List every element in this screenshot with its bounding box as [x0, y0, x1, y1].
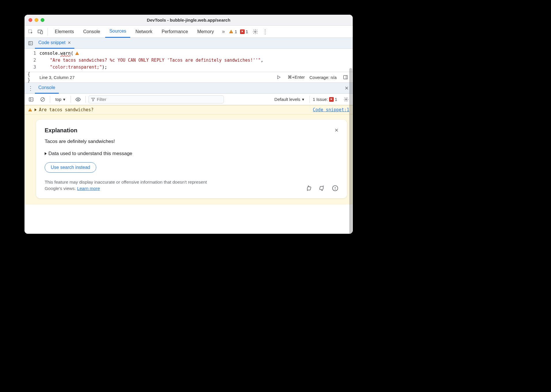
code-token: , — [261, 58, 263, 63]
warning-message-text: Are tacos sandwiches? — [39, 107, 94, 112]
svg-point-16 — [77, 99, 79, 100]
filter-input[interactable] — [97, 97, 221, 102]
use-search-instead-button[interactable]: Use search instead — [45, 162, 96, 173]
report-issue-icon[interactable] — [332, 185, 338, 191]
warnings-badge[interactable]: 1 — [229, 29, 237, 34]
explanation-container: Explanation × Tacos are definitely sandw… — [24, 114, 353, 205]
code-editor[interactable]: 1 2 3 console.warn( "Are tacos sandwiche… — [24, 49, 353, 72]
main-tabstrip: Elements Console Sources Network Perform… — [24, 26, 353, 38]
svg-rect-12 — [29, 98, 33, 101]
line-number: 2 — [24, 57, 36, 64]
scrollbar-thumb[interactable] — [349, 68, 352, 234]
issues-label: 1 Issue: — [313, 97, 328, 102]
tab-performance[interactable]: Performance — [158, 26, 192, 38]
tab-network[interactable]: Network — [131, 26, 156, 38]
live-expression-icon[interactable] — [74, 95, 82, 104]
sources-subtabbar: Code snippet × — [24, 38, 353, 49]
levels-label: Default levels — [274, 97, 300, 102]
thumbs-up-icon[interactable] — [305, 185, 312, 191]
chevron-down-icon: ▾ — [302, 97, 304, 102]
context-label: top — [55, 97, 61, 102]
tab-elements[interactable]: Elements — [51, 26, 78, 38]
pretty-print-icon[interactable]: { } — [27, 73, 36, 82]
disclosure-triangle-icon[interactable] — [35, 108, 37, 111]
divider — [48, 28, 48, 35]
expand-label: Data used to understand this message — [48, 151, 132, 157]
thumbs-down-icon[interactable] — [319, 185, 325, 191]
execution-context-selector[interactable]: top ▾ — [53, 97, 68, 102]
traffic-lights — [29, 18, 44, 22]
code-token: ( — [71, 51, 73, 56]
warning-triangle-icon — [229, 29, 233, 34]
svg-rect-3 — [231, 31, 231, 32]
line-column-indicator: Line 3, Column 27 — [39, 75, 75, 80]
disclosure-triangle-icon — [45, 152, 47, 155]
code-string: "color:transparent;" — [50, 65, 102, 70]
error-square-icon: ✕ — [329, 97, 334, 102]
svg-rect-8 — [77, 53, 77, 54]
divider — [310, 96, 310, 103]
funnel-icon — [91, 97, 95, 101]
code-token: ); — [102, 65, 107, 70]
svg-point-17 — [346, 99, 347, 100]
run-snippet-icon[interactable] — [274, 73, 283, 82]
inline-warning-icon[interactable] — [75, 51, 79, 56]
errors-badge[interactable]: ✕ 1 — [240, 29, 248, 34]
svg-point-5 — [254, 31, 256, 32]
code-token-underlined: warn — [60, 51, 71, 56]
console-messages: Are tacos sandwiches? Code snippet:1 Exp… — [24, 105, 353, 234]
toggle-navigator-icon[interactable] — [26, 39, 35, 48]
divider — [71, 96, 71, 103]
window-title: DevTools - bubble-jingle.web.app/search — [24, 18, 353, 22]
svg-rect-4 — [231, 32, 231, 33]
drawer-menu-icon[interactable]: ⋮ — [26, 84, 35, 93]
more-tabs-icon[interactable]: » — [219, 27, 228, 36]
close-window-button[interactable] — [29, 18, 32, 22]
explanation-body: Tacos are definitely sandwiches! — [45, 139, 338, 144]
chevron-down-icon: ▾ — [63, 97, 65, 102]
divider — [50, 96, 50, 103]
console-filter[interactable] — [88, 95, 224, 103]
log-levels-selector[interactable]: Default levels ▾ — [272, 97, 307, 102]
error-square-icon: ✕ — [240, 29, 245, 34]
disclaimer-text: This feature may display inaccurate or o… — [45, 180, 207, 191]
inspect-element-icon[interactable] — [26, 27, 35, 36]
learn-more-link[interactable]: Learn more — [77, 186, 100, 191]
tab-memory[interactable]: Memory — [193, 26, 218, 38]
explanation-data-toggle[interactable]: Data used to understand this message — [45, 151, 338, 157]
divider — [85, 96, 86, 103]
svg-rect-10 — [344, 76, 348, 79]
console-toolbar: top ▾ Default levels ▾ 1 Issue: ✕ 1 — [24, 94, 353, 105]
kebab-menu-icon[interactable]: ⋮ — [261, 27, 269, 36]
issues-link[interactable]: 1 Issue: ✕ 1 — [313, 97, 337, 102]
toggle-console-sidebar-icon[interactable] — [27, 95, 35, 104]
code-body[interactable]: console.warn( "Are tacos sandwiches? %c … — [39, 50, 353, 71]
toggle-debugger-icon[interactable] — [341, 73, 350, 82]
drawer-tab-console[interactable]: Console — [35, 83, 59, 94]
warnings-count: 1 — [235, 29, 237, 34]
editor-statusbar: { } Line 3, Column 27 ⌘+Enter Coverage: … — [24, 72, 353, 83]
snippet-tab-label: Code snippet — [38, 40, 65, 45]
svg-rect-19 — [30, 111, 30, 111]
message-source-link[interactable]: Code snippet:1 — [313, 107, 349, 112]
explanation-disclaimer: This feature may display inaccurate or o… — [45, 179, 218, 191]
maximize-window-button[interactable] — [41, 18, 44, 22]
device-toolbar-icon[interactable] — [36, 27, 45, 36]
devtools-window: DevTools - bubble-jingle.web.app/search … — [24, 15, 353, 234]
tab-console[interactable]: Console — [79, 26, 104, 38]
close-explanation-icon[interactable]: × — [335, 127, 338, 134]
code-string: "Are tacos sandwiches? %c YOU CAN ONLY R… — [50, 58, 261, 63]
warning-triangle-icon — [28, 108, 32, 112]
titlebar: DevTools - bubble-jingle.web.app/search — [24, 15, 353, 26]
errors-count: 1 — [246, 29, 248, 34]
console-warning-row[interactable]: Are tacos sandwiches? Code snippet:1 — [24, 105, 353, 114]
code-indent — [39, 58, 50, 63]
minimize-window-button[interactable] — [35, 18, 38, 22]
line-number: 3 — [24, 64, 36, 71]
clear-console-icon[interactable] — [38, 95, 47, 104]
tab-sources[interactable]: Sources — [105, 26, 130, 38]
snippet-tab[interactable]: Code snippet × — [35, 38, 74, 49]
close-snippet-icon[interactable]: × — [68, 40, 71, 46]
issues-count: 1 — [335, 97, 337, 102]
settings-gear-icon[interactable] — [251, 27, 260, 36]
